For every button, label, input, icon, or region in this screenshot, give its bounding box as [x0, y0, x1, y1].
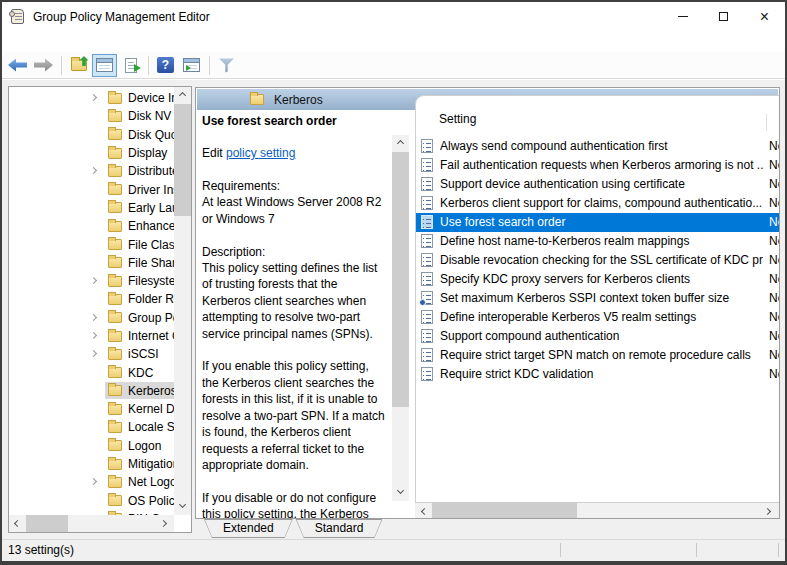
- setting-icon: [421, 215, 433, 229]
- setting-row[interactable]: Set maximum Kerberos SSPI context token …: [416, 289, 779, 308]
- tree-item[interactable]: Logon: [9, 437, 174, 455]
- tree-item-label: Display: [128, 146, 167, 160]
- policy-setting-link[interactable]: policy setting: [226, 146, 295, 160]
- show-console-tree-button[interactable]: [92, 54, 117, 77]
- close-button[interactable]: ×: [744, 2, 785, 31]
- export-list-button[interactable]: [118, 54, 143, 77]
- column-divider[interactable]: [766, 114, 767, 131]
- scrollbar-thumb[interactable]: [432, 503, 577, 519]
- tree-item[interactable]: File Classif: [9, 235, 174, 253]
- setting-row[interactable]: Specify KDC proxy servers for Kerberos c…: [416, 270, 779, 289]
- up-one-level-button[interactable]: [66, 54, 91, 77]
- scroll-left-icon[interactable]: [14, 520, 21, 527]
- expand-chevron-icon[interactable]: [90, 314, 97, 321]
- tree-item-label: Disk NV Ca: [128, 109, 174, 123]
- menu-item[interactable]: [40, 40, 58, 44]
- scroll-up-icon[interactable]: [397, 140, 404, 147]
- scroll-right-icon[interactable]: [764, 508, 771, 515]
- tree-item[interactable]: Early Laun: [9, 199, 174, 217]
- setting-row[interactable]: Define interoperable Kerberos V5 realm s…: [416, 308, 779, 327]
- tree-item[interactable]: Display: [9, 144, 174, 162]
- tree-item[interactable]: iSCSI: [9, 345, 174, 363]
- tree-item[interactable]: File Share: [9, 254, 174, 272]
- view-tab[interactable]: Standard: [296, 519, 383, 538]
- setting-state: Not configured: [769, 175, 779, 194]
- scroll-left-icon[interactable]: [421, 508, 428, 515]
- scrollbar-thumb[interactable]: [174, 104, 191, 216]
- scrollbar-thumb[interactable]: [26, 515, 68, 532]
- scroll-up-icon[interactable]: [179, 92, 186, 99]
- window-controls: ×: [662, 2, 785, 31]
- setting-name: Require strict KDC validation: [440, 365, 763, 384]
- tree-item[interactable]: OS Policie: [9, 492, 174, 510]
- tree-horizontal-scrollbar[interactable]: [9, 515, 174, 532]
- setting-row[interactable]: Kerberos client support for claims, comp…: [416, 194, 779, 213]
- scroll-down-icon[interactable]: [179, 501, 186, 508]
- scroll-down-icon[interactable]: [397, 487, 404, 494]
- maximize-icon: [719, 12, 728, 21]
- tree-item[interactable]: Distributed: [9, 162, 174, 180]
- filter-button[interactable]: [214, 54, 239, 77]
- group-policy-management-editor-window: Group Policy Management Editor × ?: [0, 0, 787, 565]
- tree-item[interactable]: Filesystem: [9, 272, 174, 290]
- description-vertical-scrollbar[interactable]: [392, 135, 409, 501]
- expand-chevron-icon[interactable]: [90, 277, 97, 284]
- scrollbar-thumb[interactable]: [392, 152, 409, 407]
- tree-vertical-scrollbar[interactable]: [174, 87, 191, 515]
- settings-list-horizontal-scrollbar[interactable]: [415, 503, 779, 519]
- minimize-icon: [678, 16, 688, 17]
- expand-chevron-icon[interactable]: [90, 167, 97, 174]
- menu-item[interactable]: [22, 40, 40, 44]
- tree-item[interactable]: Group Pol: [9, 309, 174, 327]
- setting-icon: [421, 272, 433, 286]
- tree-item[interactable]: Enhanced: [9, 217, 174, 235]
- tree-item[interactable]: Kernel DM: [9, 400, 174, 418]
- expand-chevron-icon[interactable]: [90, 478, 97, 485]
- expand-chevron-icon[interactable]: [90, 332, 97, 339]
- setting-row[interactable]: Require strict target SPN match on remot…: [416, 346, 779, 365]
- tree-item[interactable]: Mitigation: [9, 455, 174, 473]
- setting-column-header[interactable]: Setting: [439, 112, 476, 126]
- scroll-right-icon[interactable]: [160, 520, 167, 527]
- maximize-button[interactable]: [703, 2, 744, 31]
- tree-item[interactable]: Internet C: [9, 327, 174, 345]
- tree-item[interactable]: Kerberos: [9, 382, 174, 400]
- policy-description: Requirements: At least Windows Server 20…: [202, 178, 402, 519]
- setting-row[interactable]: Define host name-to-Kerberos realm mappi…: [416, 232, 779, 251]
- status-section-divider: [560, 543, 561, 557]
- menu-item[interactable]: [4, 40, 22, 44]
- tree-item[interactable]: Disk NV Ca: [9, 107, 174, 125]
- forward-arrow-icon: [34, 59, 53, 72]
- help-button[interactable]: ?: [153, 54, 178, 77]
- setting-row[interactable]: Always send compound authentication firs…: [416, 137, 779, 156]
- tree-item[interactable]: Device Inst: [9, 89, 174, 107]
- tree-item[interactable]: KDC: [9, 363, 174, 381]
- back-button[interactable]: [5, 54, 30, 77]
- setting-row[interactable]: Use forest search order Not configured: [416, 213, 779, 232]
- setting-row[interactable]: Require strict KDC validation Not config…: [416, 365, 779, 384]
- tree-item[interactable]: Disk Quota: [9, 126, 174, 144]
- folder-icon: [108, 312, 122, 323]
- folder-icon: [108, 184, 122, 195]
- expand-chevron-icon[interactable]: [90, 350, 97, 357]
- up-one-level-folder-icon: [71, 59, 87, 71]
- setting-row[interactable]: Support device authentication using cert…: [416, 175, 779, 194]
- tree-item[interactable]: Net Logon: [9, 473, 174, 491]
- expand-chevron-icon[interactable]: [90, 94, 97, 101]
- export-list-icon: [125, 58, 137, 73]
- setting-row[interactable]: Support compound authentication Not conf…: [416, 327, 779, 346]
- setting-row[interactable]: Disable revocation checking for the SSL …: [416, 251, 779, 270]
- tree-item[interactable]: Folder Rec: [9, 290, 174, 308]
- view-tab[interactable]: Extended: [204, 519, 293, 538]
- filter-icon: [219, 58, 234, 73]
- show-action-pane-button[interactable]: [179, 54, 204, 77]
- setting-row[interactable]: Fail authentication requests when Kerber…: [416, 156, 779, 175]
- setting-state: Not configured: [769, 270, 779, 289]
- minimize-button[interactable]: [662, 2, 703, 31]
- menu-item[interactable]: [58, 40, 76, 44]
- forward-button[interactable]: [31, 54, 56, 77]
- folder-icon: [108, 221, 122, 232]
- tree-item[interactable]: Locale Ser: [9, 418, 174, 436]
- tree-item[interactable]: Driver Inst: [9, 180, 174, 198]
- tree-item-label: OS Policie: [128, 494, 174, 508]
